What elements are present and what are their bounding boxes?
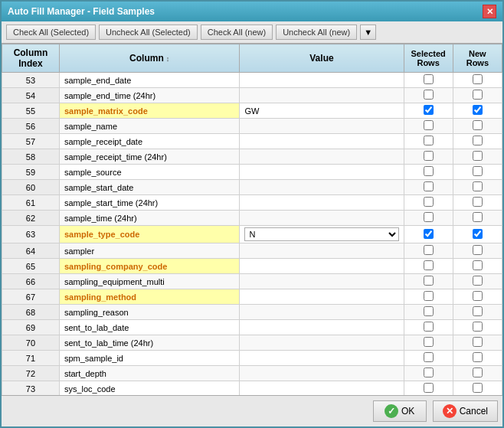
cell-selected-checkbox[interactable] [404,103,453,119]
cell-selected-checkbox[interactable] [404,335,453,351]
selected-checkbox[interactable] [424,212,434,222]
new-checkbox[interactable] [473,245,483,255]
cell-new-checkbox[interactable] [453,366,502,381]
selected-checkbox[interactable] [424,136,434,145]
new-checkbox[interactable] [473,260,483,270]
selected-checkbox[interactable] [424,197,434,207]
table-row: 65sampling_company_code [2,259,502,274]
new-checkbox[interactable] [473,337,483,347]
cell-new-checkbox[interactable] [453,289,502,305]
selected-checkbox[interactable] [424,90,434,100]
selected-checkbox[interactable] [424,120,434,130]
cell-new-checkbox[interactable] [453,335,502,351]
cell-selected-checkbox[interactable] [404,274,453,289]
cell-selected-checkbox[interactable] [404,381,453,396]
cell-selected-checkbox[interactable] [404,165,453,180]
toolbar-dropdown-button[interactable]: ▼ [360,25,376,40]
selected-checkbox[interactable] [424,260,434,270]
selected-checkbox[interactable] [424,181,434,191]
selected-checkbox[interactable] [424,166,434,176]
cell-selected-checkbox[interactable] [404,305,453,320]
new-checkbox[interactable] [473,383,483,393]
new-checkbox[interactable] [473,368,483,377]
cell-new-checkbox[interactable] [453,274,502,289]
cell-selected-checkbox[interactable] [404,73,453,88]
cell-selected-checkbox[interactable] [404,243,453,259]
cell-new-checkbox[interactable] [453,149,502,165]
new-checkbox[interactable] [473,197,483,207]
selected-checkbox[interactable] [424,105,434,115]
selected-checkbox[interactable] [424,352,434,362]
new-checkbox[interactable] [473,322,483,332]
new-checkbox[interactable] [473,276,483,286]
selected-checkbox[interactable] [424,322,434,332]
new-checkbox[interactable] [473,151,483,161]
cell-new-checkbox[interactable] [453,305,502,320]
cell-column: sample_end_date [59,73,240,88]
check-all-new-button[interactable]: Check All (new) [201,25,273,40]
new-checkbox[interactable] [473,291,483,301]
cell-new-checkbox[interactable] [453,134,502,149]
new-checkbox[interactable] [473,74,483,84]
cell-new-checkbox[interactable] [453,180,502,195]
new-checkbox[interactable] [473,352,483,362]
close-button[interactable]: ✕ [483,5,496,18]
cell-new-checkbox[interactable] [453,351,502,366]
cell-value [240,180,404,195]
cell-selected-checkbox[interactable] [404,211,453,226]
selected-checkbox[interactable] [424,383,434,393]
cell-selected-checkbox[interactable] [404,134,453,149]
cell-new-checkbox[interactable] [453,195,502,211]
new-checkbox[interactable] [473,136,483,145]
selected-checkbox[interactable] [424,229,434,239]
cell-new-checkbox[interactable] [453,103,502,119]
cell-selected-checkbox[interactable] [404,119,453,134]
new-checkbox[interactable] [473,120,483,130]
selected-checkbox[interactable] [424,337,434,347]
cell-selected-checkbox[interactable] [404,88,453,103]
selected-checkbox[interactable] [424,291,434,301]
value-dropdown[interactable]: N [244,227,398,241]
selected-checkbox[interactable] [424,151,434,161]
selected-checkbox[interactable] [424,306,434,316]
cell-new-checkbox[interactable] [453,243,502,259]
cell-selected-checkbox[interactable] [404,195,453,211]
table-row: 62sample_time (24hr) [2,211,502,226]
cell-selected-checkbox[interactable] [404,289,453,305]
cancel-button[interactable]: ✕ Cancel [433,400,498,422]
cell-selected-checkbox[interactable] [404,226,453,243]
uncheck-all-selected-button[interactable]: Uncheck All (Selected) [99,25,198,40]
selected-checkbox[interactable] [424,276,434,286]
cell-new-checkbox[interactable] [453,259,502,274]
cell-new-checkbox[interactable] [453,165,502,180]
cell-column: sent_to_lab_date [59,320,240,335]
new-checkbox[interactable] [473,181,483,191]
cell-selected-checkbox[interactable] [404,180,453,195]
cell-selected-checkbox[interactable] [404,320,453,335]
cell-new-checkbox[interactable] [453,73,502,88]
check-all-selected-button[interactable]: Check All (Selected) [6,25,96,40]
new-checkbox[interactable] [473,105,483,115]
cell-value[interactable]: N [240,226,404,243]
new-checkbox[interactable] [473,166,483,176]
cell-new-checkbox[interactable] [453,211,502,226]
cell-selected-checkbox[interactable] [404,366,453,381]
cell-new-checkbox[interactable] [453,226,502,243]
cell-new-checkbox[interactable] [453,88,502,103]
selected-checkbox[interactable] [424,74,434,84]
new-checkbox[interactable] [473,229,483,239]
footer: ✓ OK ✕ Cancel [2,395,502,426]
selected-checkbox[interactable] [424,368,434,377]
cell-new-checkbox[interactable] [453,381,502,396]
cell-selected-checkbox[interactable] [404,149,453,165]
new-checkbox[interactable] [473,212,483,222]
uncheck-all-new-button[interactable]: Uncheck All (new) [276,25,357,40]
cell-selected-checkbox[interactable] [404,259,453,274]
ok-button[interactable]: ✓ OK [373,400,427,422]
selected-checkbox[interactable] [424,245,434,255]
cell-selected-checkbox[interactable] [404,351,453,366]
cell-new-checkbox[interactable] [453,320,502,335]
new-checkbox[interactable] [473,306,483,316]
new-checkbox[interactable] [473,90,483,100]
cell-new-checkbox[interactable] [453,119,502,134]
